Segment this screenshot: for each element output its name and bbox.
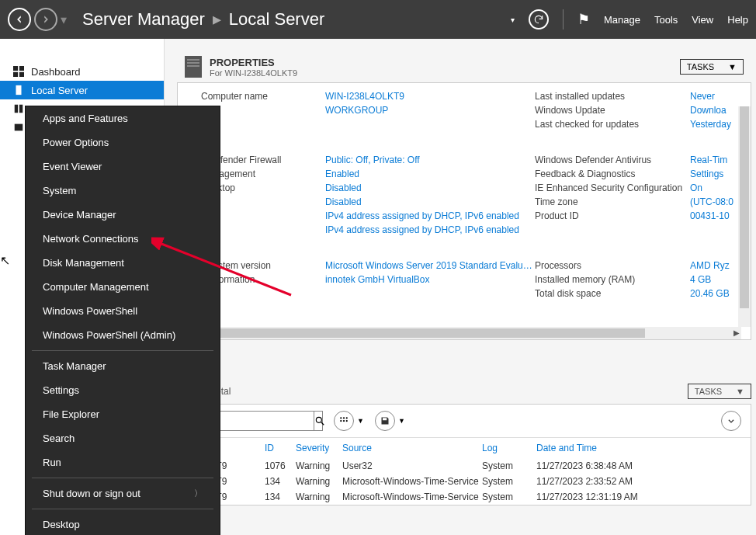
menu-help[interactable]: Help [727,14,748,26]
prop-label: Processors [535,260,690,271]
prop-label: Total disk space [535,288,690,299]
prop-value[interactable]: Public: Off, Private: Off [325,155,535,165]
prop-value[interactable]: WORKGROUP [325,105,535,116]
prop-value[interactable]: Disabled [325,182,535,193]
ctx-disk-management[interactable]: Disk Management [26,251,220,275]
svg-point-12 [346,417,348,419]
col-severity[interactable]: Severity [296,443,342,453]
ctx-system[interactable]: System [26,179,220,203]
svg-rect-7 [15,124,23,131]
nav-forward-button[interactable] [34,8,57,31]
events-cell-date: 11/27/2023 12:31:19 AM [536,492,661,502]
ctx-apps-and-features[interactable]: Apps and Features [26,106,220,130]
events-row[interactable]: L4OLKT9134WarningMicrosoft-Windows-Time-… [178,474,751,489]
svg-rect-5 [15,105,18,113]
prop-label: Time zone [535,196,690,207]
col-log[interactable]: Log [482,443,536,453]
nav-back-button[interactable] [8,8,31,31]
svg-rect-2 [13,72,18,77]
ctx-power-options[interactable]: Power Options [26,130,220,155]
ctx-network-connections[interactable]: Network Connections [26,227,220,251]
ctx-device-manager[interactable]: Device Manager [26,203,220,227]
notifications-flag-icon[interactable]: ⚑ [577,11,590,28]
nav-history-dropdown[interactable]: ▾ [61,12,67,27]
prop-value[interactable]: Never [690,91,751,102]
events-row[interactable]: L4OLKT91076WarningUser32System11/27/2023… [178,458,751,474]
refresh-button[interactable] [529,9,549,30]
menu-separator [32,509,213,509]
properties-subtitle: For WIN-I238L4OLKT9 [210,68,297,78]
properties-grid: Computer nameWIN-I238L4OLKT9Last install… [201,91,741,299]
prop-value[interactable] [325,288,535,299]
ctx-search[interactable]: Search [26,426,220,450]
col-date[interactable]: Date and Time [536,443,661,453]
chevron-down-icon: ▼ [728,62,737,71]
events-cell-severity: Warning [296,476,342,487]
col-source[interactable]: Source [342,443,482,453]
chevron-down-icon[interactable]: ▼ [357,417,364,425]
main-content: PROPERTIES For WIN-I238L4OLKT9 TASKS ▼ C… [165,39,756,535]
prop-value[interactable]: Disabled [325,196,535,207]
events-cell-source: Microsoft-Windows-Time-Service [342,476,482,487]
prop-label: IE Enhanced Security Configuration [535,182,690,193]
ctx-settings[interactable]: Settings [26,378,220,402]
prop-value[interactable]: innotek GmbH VirtualBox [325,274,535,285]
events-card: ▼ ▼ ame ID Severity Source Log Date and … [177,404,751,505]
ctx-windows-powershell[interactable]: Windows PowerShell [26,299,220,323]
prop-label: Last installed updates [535,91,690,102]
ctx-run[interactable]: Run [26,450,220,474]
events-cell-source: Microsoft-Windows-Time-Service [342,492,482,502]
ctx-event-viewer[interactable]: Event Viewer [26,155,220,179]
events-cell-id: 134 [265,476,296,487]
server-icon [12,84,25,96]
menu-view[interactable]: View [692,14,713,26]
nav-local-server[interactable]: Local Server [0,81,164,99]
prop-value[interactable]: WIN-I238L4OLKT9 [325,91,535,102]
prop-label: Last checked for updates [535,119,690,130]
events-row[interactable]: L4OLKT9134WarningMicrosoft-Windows-Time-… [178,489,751,505]
events-filter-button[interactable] [334,411,354,431]
events-expand-button[interactable] [721,411,741,431]
chevron-down-icon[interactable]: ▼ [398,417,405,425]
ctx-task-manager[interactable]: Task Manager [26,354,220,378]
events-cell-log: System [482,492,536,502]
breadcrumb-more-icon[interactable]: ▾ [511,16,515,24]
prop-value[interactable]: Enabled [325,168,535,179]
svg-rect-4 [16,85,22,95]
ctx-windows-powershell-admin-[interactable]: Windows PowerShell (Admin) [26,323,220,347]
properties-hscroll[interactable]: ▶ [187,327,741,339]
prop-label: Computer name [201,91,325,102]
server-tower-icon [185,56,202,78]
search-icon[interactable] [314,412,325,430]
breadcrumb-current[interactable]: Local Server [229,9,325,30]
svg-point-11 [343,417,345,419]
events-tasks-button[interactable]: TASKS ▼ [688,384,751,399]
nav-dashboard[interactable]: Dashboard [0,62,164,81]
menu-manage[interactable]: Manage [604,14,640,26]
events-cell-date: 11/27/2023 6:38:48 AM [536,460,661,471]
tasks-label: TASKS [687,62,714,71]
properties-vscroll[interactable] [738,106,751,327]
prop-value[interactable]: Microsoft Windows Server 2019 Standard E… [325,260,535,271]
file-services-icon [12,121,25,134]
ctx-computer-management[interactable]: Computer Management [26,275,220,299]
ctx-shutdown[interactable]: Shut down or sign out 〉 [26,481,220,505]
svg-point-10 [340,417,342,419]
prop-label [535,224,690,235]
prop-value[interactable] [325,119,535,130]
events-cell-log: System [482,460,536,471]
prop-value[interactable]: IPv4 address assigned by DHCP, IPv6 enab… [325,210,535,221]
ctx-file-explorer[interactable]: File Explorer [26,402,220,426]
tasks-label: TASKS [695,387,722,396]
events-cell-id: 134 [265,492,296,502]
events-save-button[interactable] [375,411,395,431]
menu-separator [32,478,213,478]
svg-point-14 [343,420,345,422]
prop-value[interactable]: IPv4 address assigned by DHCP, IPv6 enab… [325,224,535,235]
menu-tools[interactable]: Tools [654,14,678,26]
properties-tasks-button[interactable]: TASKS ▼ [680,59,744,75]
chevron-right-icon: 〉 [194,488,203,499]
ctx-desktop[interactable]: Desktop [26,512,220,535]
breadcrumb-root[interactable]: Server Manager [82,9,205,30]
col-id[interactable]: ID [265,443,296,453]
